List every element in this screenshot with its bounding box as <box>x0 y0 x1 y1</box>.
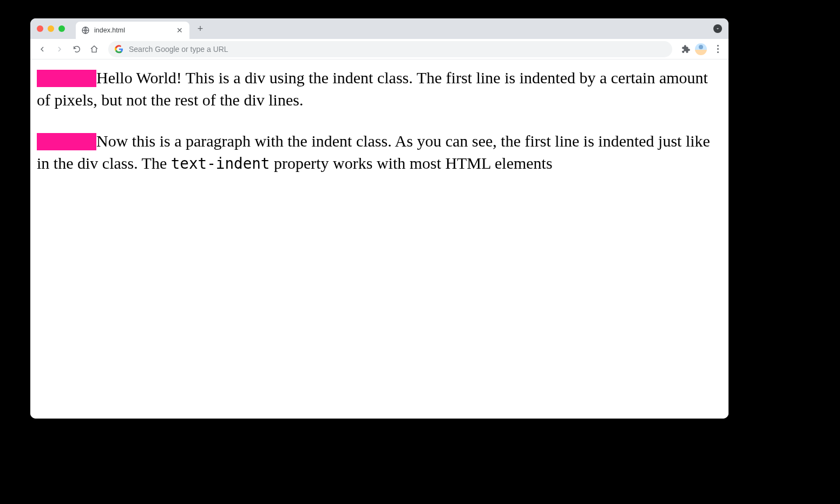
chevron-down-icon[interactable] <box>713 24 722 33</box>
profile-avatar[interactable] <box>695 43 707 55</box>
indent-highlight <box>37 70 96 87</box>
google-icon <box>115 45 123 54</box>
close-window-button[interactable] <box>37 25 43 32</box>
forward-button[interactable] <box>52 42 67 57</box>
browser-tab[interactable]: index.html ✕ <box>76 22 189 39</box>
page-viewport: Hello World! This is a div using the ind… <box>30 59 729 419</box>
globe-icon <box>81 26 90 35</box>
fullscreen-window-button[interactable] <box>58 25 65 32</box>
paragraph-example-text-part2: property works with most HTML elements <box>270 154 552 172</box>
extensions-icon[interactable] <box>681 44 691 54</box>
code-snippet: text-indent <box>171 155 270 173</box>
browser-window: index.html ✕ + <box>30 18 729 419</box>
address-bar-placeholder: Search Google or type a URL <box>129 45 228 54</box>
minimize-window-button[interactable] <box>48 25 54 32</box>
toolbar-right <box>681 43 724 55</box>
window-controls <box>37 25 65 32</box>
address-bar[interactable]: Search Google or type a URL <box>108 41 672 57</box>
reload-button[interactable] <box>69 42 84 57</box>
div-example-text: Hello World! This is a div using the ind… <box>37 69 708 109</box>
home-button[interactable] <box>87 42 102 57</box>
close-tab-button[interactable]: ✕ <box>175 26 184 35</box>
indent-div-example: Hello World! This is a div using the ind… <box>37 67 722 111</box>
kebab-menu-button[interactable] <box>711 43 724 55</box>
tab-strip: index.html ✕ + <box>30 18 729 39</box>
new-tab-button[interactable]: + <box>193 21 208 36</box>
back-button[interactable] <box>35 42 50 57</box>
indent-highlight <box>37 133 96 150</box>
indent-paragraph-example: Now this is a paragraph with the indent … <box>37 130 722 174</box>
toolbar: Search Google or type a URL <box>30 39 729 59</box>
tab-title: index.html <box>94 26 171 34</box>
